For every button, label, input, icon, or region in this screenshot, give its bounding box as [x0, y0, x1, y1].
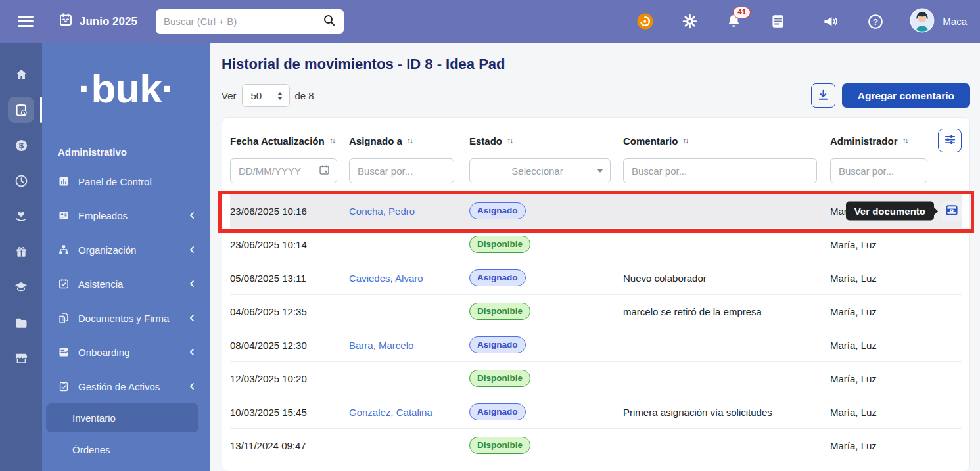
column-header-comentario[interactable]: Comentario [623, 135, 830, 146]
status-badge: Asignado [469, 202, 526, 219]
column-header-asignado[interactable]: Asignado a [349, 135, 469, 146]
notifications-bell-icon[interactable]: 41 [726, 14, 741, 29]
cell-administrador: María, Luz [830, 407, 937, 418]
sidebar-subitem-inventario[interactable]: Inventario [46, 403, 198, 432]
sidebar-item-empleados[interactable]: Empleados [42, 198, 210, 233]
stepper-arrows-icon [277, 92, 283, 100]
date-filter [230, 158, 337, 183]
gear-icon[interactable] [682, 14, 697, 29]
calendar-icon[interactable] [319, 164, 330, 178]
cell-administrador: María, Luz [830, 239, 937, 250]
sidebar-item-asistencia[interactable]: Asistencia [42, 267, 210, 301]
column-header-administrador[interactable]: Administrador [830, 135, 937, 146]
sort-icon[interactable] [507, 136, 512, 145]
cell-administrador: María, Luz [830, 373, 937, 384]
table-row[interactable]: 10/03/2025 15:45 Gonzalez, Catalina Asig… [230, 395, 962, 428]
sort-icon[interactable] [407, 136, 412, 145]
administrador-filter-input[interactable] [839, 166, 920, 177]
movements-table-card: Fecha Actualización Asignado a Estado Co… [222, 117, 970, 471]
cell-asignado-link[interactable]: Caviedes, Alvaro [349, 273, 469, 284]
chevron-left-icon [188, 211, 196, 220]
sidebar: ·buk· Administrativo Panel de Control Em… [42, 43, 210, 471]
cell-fecha: 13/11/2024 09:47 [230, 440, 349, 451]
education-cap-icon[interactable] [8, 274, 34, 300]
main-content: Historial de movimientos - ID 8 - Idea P… [210, 43, 980, 471]
sidebar-section-label: Administrativo [42, 146, 210, 158]
cell-administrador: María, Luz [830, 440, 937, 451]
cell-estado: Disponible [469, 303, 623, 320]
hamburger-menu-icon[interactable] [18, 16, 34, 27]
comentario-filter-input[interactable] [632, 166, 810, 177]
notes-icon[interactable] [770, 14, 785, 29]
cell-comentario: Primera asignación vía solicitudes [623, 407, 830, 418]
download-button[interactable] [811, 83, 835, 108]
asignado-filter-input[interactable] [358, 166, 447, 177]
intercom-icon[interactable] [637, 13, 653, 30]
sidebar-subitem-ordenes[interactable]: Órdenes [46, 435, 198, 464]
column-settings-button[interactable] [938, 129, 962, 152]
chevron-left-icon [188, 245, 196, 254]
clock-icon[interactable] [8, 168, 34, 194]
status-badge: Asignado [469, 403, 526, 420]
cell-estado: Asignado [469, 202, 623, 219]
benefits-hand-heart-icon[interactable] [8, 203, 34, 229]
inventory-icon[interactable] [8, 97, 34, 123]
tooltip-arrow [933, 206, 938, 215]
sort-icon[interactable] [902, 136, 908, 145]
column-header-estado[interactable]: Estado [469, 135, 623, 146]
sidebar-item-organizacion[interactable]: Organización [42, 233, 210, 267]
table-row[interactable]: 23/06/2025 10:16 Concha, Pedro Asignado … [230, 194, 962, 227]
cell-administrador: María, Luz [830, 306, 937, 317]
help-icon[interactable]: ? [868, 14, 883, 30]
sidebar-item-gestion-de-activos[interactable]: Gestión de Activos [42, 369, 210, 403]
date-filter-input[interactable] [239, 166, 319, 177]
period-selector[interactable]: Junio 2025 [58, 12, 137, 30]
cell-fecha: 08/04/2025 12:30 [230, 340, 349, 351]
cell-fecha: 23/06/2025 10:16 [230, 206, 349, 217]
onboarding-checklist-icon [58, 347, 69, 357]
period-label: Junio 2025 [80, 15, 137, 28]
store-icon[interactable] [8, 345, 34, 371]
user-name: Maca [943, 16, 967, 27]
view-document-button[interactable] [941, 201, 962, 221]
calendar-icon [58, 12, 73, 30]
sort-icon[interactable] [682, 136, 688, 145]
table-row[interactable]: 13/11/2024 09:47 Disponible María, Luz V… [230, 428, 962, 462]
sort-icon[interactable] [329, 136, 335, 145]
home-icon[interactable] [8, 61, 34, 87]
table-row[interactable]: 23/06/2025 10:14 Disponible María, Luz V… [230, 227, 962, 261]
cell-estado: Asignado [469, 269, 623, 286]
cell-asignado-link[interactable]: Barra, Marcelo [349, 340, 469, 351]
icon-rail: $ [0, 43, 42, 471]
notification-count-badge: 41 [733, 7, 751, 18]
sliders-icon [944, 133, 956, 148]
cell-asignado-link[interactable]: Concha, Pedro [349, 206, 469, 217]
folder-icon[interactable] [8, 309, 34, 336]
column-header-fecha[interactable]: Fecha Actualización [230, 135, 349, 146]
cell-asignado-link[interactable]: Gonzalez, Catalina [349, 407, 469, 418]
cell-fecha: 10/03/2025 15:45 [230, 407, 349, 418]
sidebar-item-panel-de-control[interactable]: Panel de Control [42, 164, 210, 198]
gift-icon[interactable] [8, 238, 34, 265]
search-icon[interactable] [323, 14, 336, 30]
user-menu[interactable]: Maca [910, 8, 967, 35]
table-row[interactable]: 04/06/2025 12:35 Disponible marcelo se r… [230, 294, 962, 328]
table-row[interactable]: 05/06/2025 13:11 Caviedes, Alvaro Asigna… [230, 261, 962, 294]
sidebar-item-onboarding[interactable]: Onboarding [42, 335, 210, 369]
status-badge: Asignado [469, 269, 526, 286]
sidebar-item-documentos-y-firma[interactable]: Documentos y Firma [42, 301, 210, 335]
comentario-filter [623, 158, 817, 183]
add-comment-button[interactable]: Agregar comentario [842, 83, 970, 108]
search-input[interactable] [164, 16, 323, 27]
global-search [156, 9, 344, 34]
list-controls: Ver 50 de 8 Agregar comentario [222, 83, 970, 108]
table-row[interactable]: 08/04/2025 12:30 Barra, Marcelo Asignado… [230, 328, 962, 361]
cell-fecha: 04/06/2025 12:35 [230, 306, 349, 317]
svg-text:?: ? [873, 16, 878, 26]
estado-filter-select[interactable]: Seleccionar [469, 158, 611, 183]
asignado-filter [349, 158, 454, 183]
per-page-select[interactable]: 50 [242, 84, 290, 107]
money-icon[interactable]: $ [8, 132, 34, 158]
megaphone-icon[interactable] [822, 13, 839, 30]
table-row[interactable]: 12/03/2025 10:20 Disponible María, Luz V… [230, 361, 962, 395]
